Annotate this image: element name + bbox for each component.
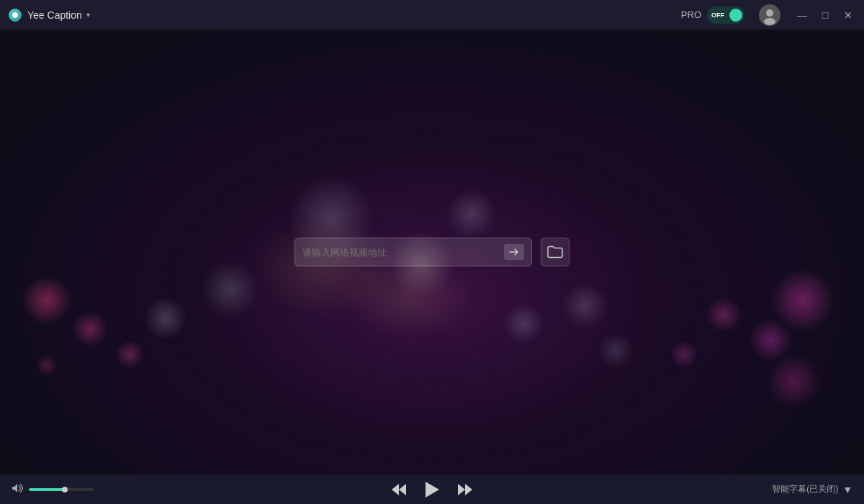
titlebar: Yee Caption ▾ PRO OFF — □ ✕ — [0, 0, 864, 30]
fast-forward-button[interactable] — [457, 483, 473, 496]
svg-marker-4 — [399, 484, 406, 495]
volume-fill — [29, 488, 65, 491]
title-dropdown-icon[interactable]: ▾ — [86, 11, 90, 19]
svg-marker-5 — [426, 482, 439, 498]
svg-point-1 — [766, 9, 773, 17]
svg-marker-6 — [458, 484, 465, 495]
play-button[interactable] — [424, 481, 440, 498]
main-area — [0, 30, 864, 474]
volume-thumb — [62, 487, 68, 492]
rewind-button[interactable] — [391, 483, 407, 496]
toggle-off-text: OFF — [711, 12, 724, 19]
svg-point-2 — [764, 18, 775, 25]
close-button[interactable]: ✕ — [841, 9, 855, 21]
bottom-bar: 智能字幕(已关闭) ▼ — [0, 474, 864, 504]
window-controls: — □ ✕ — [795, 9, 855, 21]
user-avatar[interactable] — [759, 4, 780, 26]
caption-status[interactable]: 智能字幕(已关闭) ▼ — [772, 483, 852, 495]
minimize-button[interactable]: — — [795, 9, 809, 21]
caption-status-text: 智能字幕(已关闭) — [772, 483, 838, 495]
volume-slider[interactable] — [29, 488, 94, 491]
playback-controls — [391, 481, 473, 498]
open-folder-button[interactable] — [541, 238, 570, 266]
maximize-button[interactable]: □ — [818, 9, 832, 21]
url-container — [294, 238, 570, 266]
volume-section — [12, 483, 141, 495]
volume-icon — [12, 483, 23, 495]
toggle-thumb — [729, 9, 742, 22]
pro-label: PRO — [681, 9, 701, 20]
caption-dropdown-icon: ▼ — [842, 484, 852, 495]
pro-toggle[interactable]: OFF — [707, 6, 744, 24]
svg-marker-3 — [392, 484, 399, 495]
svg-marker-7 — [465, 484, 472, 495]
url-enter-button[interactable] — [504, 244, 524, 260]
app-title: Yee Caption — [27, 9, 82, 21]
app-logo — [9, 9, 22, 22]
url-input[interactable] — [302, 247, 504, 258]
url-input-wrapper — [294, 238, 532, 266]
